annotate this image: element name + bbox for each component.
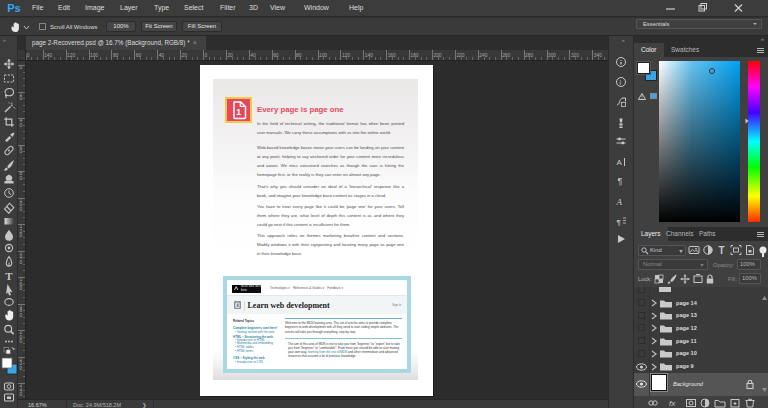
svg-text:¶: ¶ [618,176,623,186]
svg-text:1: 1 [236,107,241,117]
svg-text:fx: fx [669,399,676,408]
svg-text:«: « [622,37,625,43]
svg-text:i: i [620,79,622,86]
svg-text:T: T [719,245,725,256]
svg-text:T: T [5,270,13,282]
svg-text:»: » [3,37,6,43]
svg-text:A: A [617,158,623,167]
svg-text:A: A [616,197,623,207]
svg-text:¶: ¶ [617,218,621,227]
